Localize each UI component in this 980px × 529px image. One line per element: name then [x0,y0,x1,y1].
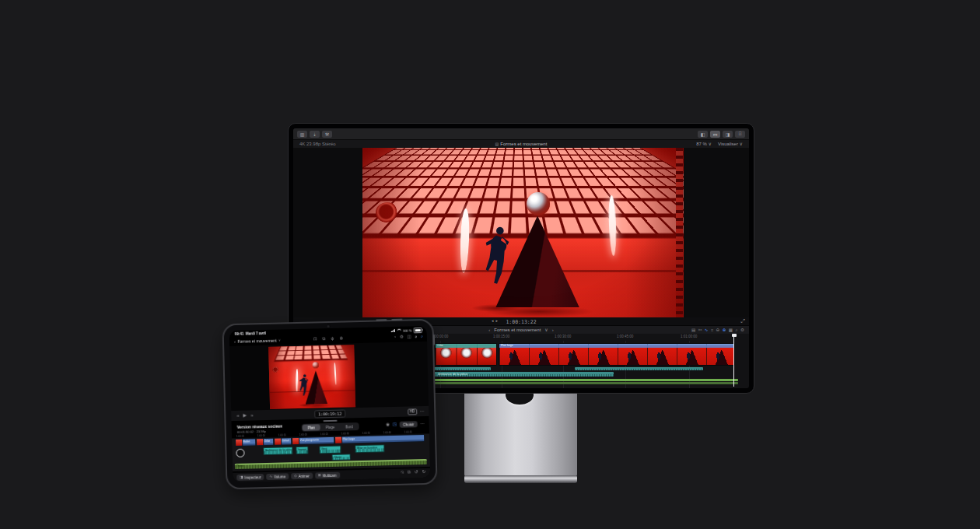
tools-icon[interactable]: ⚒ [322,131,332,138]
timeline-video-clip[interactable]: Plan large [499,343,735,366]
clip-appearance-icon[interactable]: ▦ [729,328,733,333]
ipad-audio-clip[interactable]: Chute [332,454,351,461]
zoom-level-menu[interactable]: 87 % ∨ [696,142,712,146]
audio-waveform [296,450,307,454]
toolbar-button-label: Multicam [323,473,337,477]
volume-button[interactable]: ∿Volume [266,473,289,480]
segment-plage[interactable]: Plage [320,424,341,431]
ruler-tick-label: 1:00:30:00 [555,335,571,338]
trim-icon[interactable]: ✄ [698,328,702,333]
music-track-label: Thème [236,464,244,467]
segment-bord[interactable]: Bord [340,423,359,430]
mic-icon[interactable]: ψ [331,336,334,341]
animate-icon: ◇ [294,475,297,478]
ipad-video-clip[interactable]: Orbe [256,438,274,447]
edit-mode-segmented-control[interactable]: PlanPlageBord [302,422,359,432]
view-menu[interactable]: Visualiser ∨ [718,142,743,146]
ipad-video-frame-red-room [268,345,355,409]
inspecteur-button[interactable]: ◨Inspecteur [236,474,264,481]
segment-plan[interactable]: Plan [303,424,320,431]
inspector-pane-icon[interactable]: ◨ [723,131,733,138]
clip-name-label: Vue plongeante [300,438,319,442]
inspector-icon: ◨ [240,476,243,480]
volume-icon: ∿ [269,475,272,479]
ipad-video-clip[interactable]: Plan large [334,434,425,444]
zoom-out-icon[interactable]: ⊖ [716,328,720,333]
redo-icon[interactable]: ↻ [422,470,425,475]
ruler-tick-label: 1:00:45:00 [617,335,633,338]
multicam-button[interactable]: ⊞Multicam [315,472,340,479]
audio-clip-label: Ambiance de la pièce [438,372,467,376]
eye-icon[interactable]: ◉ [386,422,390,427]
skip-back-icon[interactable]: « [236,412,239,417]
undo-icon[interactable]: ↺ [415,470,418,475]
clip-icon: ▤ [495,142,499,146]
clip-thumbnail [257,439,264,445]
audio-waveform [333,457,350,460]
zoom-icon[interactable]: ⌕ [421,335,423,339]
audio-meter-icon[interactable]: ∿ [705,328,709,333]
ipad-audio-clip[interactable]: Mise en lumière [355,444,384,453]
volume-button [376,319,387,321]
animer-button[interactable]: ◇Animer [291,473,313,480]
ruler-tick-label: 1:00:35 [362,432,370,435]
battery-percent: 100 % [403,328,411,332]
ipad-audio-clip[interactable]: Vent [319,446,341,454]
status-time-date: 09:41 Mardi 7 avril [235,331,266,336]
choose-button[interactable]: Choisir [400,421,417,428]
timer-icon[interactable]: ◔ [394,335,396,339]
fullscreen-icon[interactable]: ⤢ [740,318,745,324]
snap-icon[interactable]: ⌗ [711,328,713,333]
import-icon[interactable]: ⇣ [310,131,320,138]
settings-icon[interactable]: ⚙ [740,328,744,333]
ipad-video-clip[interactable]: Ballet [235,438,256,447]
browser-pane-icon[interactable]: ◧ [698,131,708,138]
playhead[interactable] [733,334,734,387]
remove-icon[interactable]: ⊗ [339,336,343,341]
settings-icon[interactable]: ⚙ [400,335,404,339]
lock-icon[interactable]: ⊡ [313,337,317,342]
share-icon[interactable]: ⍐ [735,131,745,138]
audio-waveform [264,450,292,454]
timeline-video-clip[interactable]: Orbe [435,343,497,366]
clip-name-label: Détail [282,439,289,442]
trash-icon[interactable]: ⍉ [401,471,404,475]
next-project-button[interactable]: › [552,328,554,332]
index-icon[interactable]: ▤ [691,328,695,333]
timeline-project-title[interactable]: Formes et mouvement [494,328,541,332]
ruler-tick-label: 1:00:05 [236,435,244,438]
transport-more-button[interactable]: ⋯ [420,409,425,414]
skip-forward-icon[interactable]: » [250,412,253,417]
ruler-tick-label: 1:00:45 [404,430,412,433]
battery-icon [414,328,422,333]
duplicate-icon[interactable]: ⧉ [408,470,411,475]
ipad-video-clip[interactable]: Détail [274,437,292,446]
clip-name-label: Orbe [264,440,271,443]
front-camera [327,324,329,327]
fcp-ipad-app: 09:41 Mardi 7 avril 100 % ‹ Formes et mo… [229,326,431,482]
timeline-project-meta: 00:01:30:02 · 23.98p [237,429,266,434]
ipad-audio-clip[interactable]: Ambiance de la pièce [263,447,292,455]
search-icon[interactable]: ⌕ [735,328,737,333]
ipad-audio-clip[interactable]: Impact [296,447,308,454]
prev-project-button[interactable]: ‹ [488,328,490,332]
timeline-audio-clip[interactable] [575,367,703,370]
quality-badge[interactable]: HD [408,408,417,415]
clip-name-label: Orbe [436,344,496,348]
media-browser-icon[interactable]: ▥ [297,131,307,138]
zoom-in-icon[interactable]: ⊕ [723,328,726,333]
clip-name-label: Ballet [243,440,250,443]
cellular-icon [390,329,395,332]
ipad-timecode[interactable]: 1:00:19:12 [314,410,345,419]
header-more-button[interactable]: ⋯ [420,422,425,426]
audio-waveform [320,450,340,454]
toolbar-button-label: Volume [274,475,285,478]
viewer-pane-icon[interactable]: ▭ [710,131,720,138]
play-icon[interactable]: ▶ [243,412,247,417]
ruler-tick-label: 1:00:40 [383,431,391,434]
layout-icon[interactable]: ◫ [407,335,411,339]
ipad-video-clip[interactable]: Vue plongeante [292,436,334,445]
stacks-icon[interactable]: ⧉ [322,337,325,342]
overlay-icon[interactable]: ◳ [393,422,397,427]
color-icon[interactable]: ◕ [415,335,417,339]
